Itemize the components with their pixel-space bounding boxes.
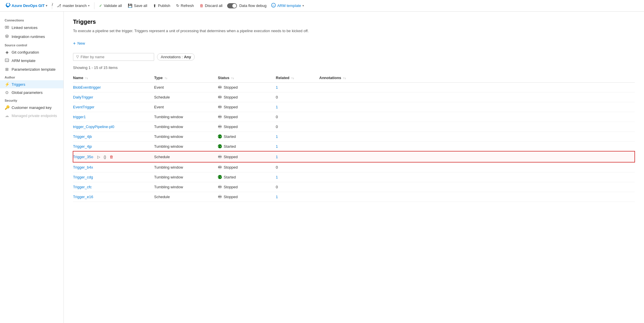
run-icon[interactable]: ▷ xyxy=(97,154,101,160)
trigger-name-link[interactable]: Trigger_cfc xyxy=(73,185,92,189)
separator-1: / xyxy=(52,2,52,9)
refresh-button[interactable]: ↻ Refresh xyxy=(174,2,196,9)
new-trigger-button[interactable]: + New xyxy=(73,40,635,47)
trigger-name-link[interactable]: EventTrigger xyxy=(73,105,94,109)
col-related-header[interactable]: Related ↑↓ xyxy=(276,73,319,83)
svg-point-6 xyxy=(6,36,8,37)
trigger-name-cell[interactable]: Trigger_4jb xyxy=(73,132,154,141)
trigger-related-cell[interactable]: 1 xyxy=(276,132,319,141)
table-row[interactable]: Trigger_e16 Schedule Stopped 1 xyxy=(73,192,635,202)
azure-git-chevron: ▾ xyxy=(46,4,47,7)
sidebar-item-parameterization-template[interactable]: ⊞ Parameterization template xyxy=(0,65,63,73)
trigger-annotations-cell xyxy=(319,141,635,151)
trigger-name-link[interactable]: BlobEventtrigger xyxy=(73,85,101,90)
trigger-name-cell[interactable]: Trigger_b4x xyxy=(73,162,154,172)
trigger-annotations-cell xyxy=(319,82,635,92)
related-count[interactable]: 1 xyxy=(276,195,278,199)
delete-icon[interactable]: 🗑 xyxy=(109,154,114,160)
trigger-name-cell[interactable]: Trigger_4jp xyxy=(73,141,154,151)
trigger-related-cell[interactable]: 1 xyxy=(276,141,319,151)
related-count[interactable]: 1 xyxy=(276,155,278,159)
col-type-header[interactable]: Type ↑↓ xyxy=(154,73,218,83)
sidebar-item-integration-runtimes[interactable]: Integration runtimes xyxy=(0,32,63,41)
table-row[interactable]: Trigger_cdg Tumbling window ✓ Started 1 xyxy=(73,172,635,182)
sidebar-item-triggers[interactable]: ⚡ Triggers xyxy=(0,80,63,88)
related-sort-icon: ↑↓ xyxy=(291,76,294,80)
table-row[interactable]: trigger1 Tumbling window Stopped 0 xyxy=(73,112,635,122)
trigger-name-cell[interactable]: EventTrigger xyxy=(73,102,154,112)
related-count[interactable]: 1 xyxy=(276,134,278,139)
integration-runtimes-label: Integration runtimes xyxy=(12,34,45,39)
related-count[interactable]: 1 xyxy=(276,144,278,149)
table-row[interactable]: Trigger_cfc Tumbling window Stopped 0 xyxy=(73,182,635,192)
table-row[interactable]: Trigger_b4x Tumbling window Stopped 0 xyxy=(73,162,635,172)
trigger-related-cell[interactable]: 0 xyxy=(276,182,319,192)
toggle-switch[interactable] xyxy=(227,3,237,8)
trigger-related-cell[interactable]: 1 xyxy=(276,82,319,92)
related-count[interactable]: 1 xyxy=(276,105,278,109)
trigger-name-cell[interactable]: DailyTrigger xyxy=(73,92,154,102)
trigger-status-cell: ✓ Started xyxy=(218,132,276,141)
sidebar-item-linked-services[interactable]: Linked services xyxy=(0,23,63,32)
save-icon: 💾 xyxy=(128,3,132,8)
annotations-sort-icon: ↑↓ xyxy=(343,76,346,80)
arm-template-button[interactable]: {}‍ ARM template ▾ xyxy=(269,2,306,10)
filter-by-name-input[interactable] xyxy=(81,55,151,59)
trigger-name-link[interactable]: Trigger_cdg xyxy=(73,175,93,179)
trigger-related-cell[interactable]: 0 xyxy=(276,112,319,122)
save-all-button[interactable]: 💾 Save all xyxy=(125,2,149,9)
trigger-name-cell[interactable]: trigger_CopyPipeline-pl0 xyxy=(73,122,154,132)
trigger-related-cell[interactable]: 0 xyxy=(276,162,319,172)
trigger-name-cell[interactable]: BlobEventtrigger xyxy=(73,82,154,92)
col-name-header[interactable]: Name ↑↓ xyxy=(73,73,154,83)
status-text: Stopped xyxy=(224,155,238,159)
table-row[interactable]: trigger_CopyPipeline-pl0 Tumbling window… xyxy=(73,122,635,132)
filter-input-wrapper[interactable]: ▽ xyxy=(73,53,154,61)
trigger-name-link[interactable]: Trigger_35o xyxy=(73,155,93,159)
trigger-name-link[interactable]: Trigger_4jp xyxy=(73,144,92,149)
trigger-related-cell[interactable]: 1 xyxy=(276,192,319,202)
table-row[interactable]: BlobEventtrigger Event Stopped 1 xyxy=(73,82,635,92)
git-configuration-label: Git configuration xyxy=(12,50,39,54)
trigger-name-cell[interactable]: Trigger_e16 xyxy=(73,192,154,202)
related-count[interactable]: 1 xyxy=(276,175,278,179)
annotations-filter-button[interactable]: Annotations : Any xyxy=(157,53,195,61)
table-row[interactable]: EventTrigger Event Stopped 1 xyxy=(73,102,635,112)
related-count[interactable]: 1 xyxy=(276,85,278,90)
table-row[interactable]: Trigger_4jp Tumbling window ✓ Started 1 xyxy=(73,141,635,151)
trigger-name-cell[interactable]: Trigger_cdg xyxy=(73,172,154,182)
trigger-related-cell[interactable]: 1 xyxy=(276,172,319,182)
trigger-name-link[interactable]: trigger_CopyPipeline-pl0 xyxy=(73,125,114,129)
trigger-related-cell[interactable]: 0 xyxy=(276,92,319,102)
trigger-name-cell[interactable]: Trigger_35o ▷ {} 🗑 xyxy=(73,151,154,162)
trigger-name-link[interactable]: trigger1 xyxy=(73,115,86,119)
json-icon[interactable]: {} xyxy=(103,154,107,160)
sidebar-item-arm-template[interactable]: {} ARM template xyxy=(0,56,63,65)
discard-all-button[interactable]: 🗑 Discard all xyxy=(197,2,225,9)
table-row[interactable]: DailyTrigger Schedule Stopped 0 xyxy=(73,92,635,102)
trigger-name-link[interactable]: Trigger_4jb xyxy=(73,134,92,139)
dataflow-debug-toggle[interactable]: Data flow debug xyxy=(227,3,267,8)
trigger-name-link[interactable]: Trigger_b4x xyxy=(73,165,93,169)
trigger-name-link[interactable]: DailyTrigger xyxy=(73,95,93,99)
trigger-name-link[interactable]: Trigger_e16 xyxy=(73,195,93,199)
validate-all-button[interactable]: ✓ Validate all xyxy=(97,2,124,9)
trigger-name-cell[interactable]: trigger1 xyxy=(73,112,154,122)
svg-text:{}: {} xyxy=(6,59,8,62)
col-status-header[interactable]: Status ↑↓ xyxy=(218,73,276,83)
parameterization-template-label: Parameterization template xyxy=(12,67,56,72)
trigger-related-cell[interactable]: 1 xyxy=(276,102,319,112)
sidebar-item-customer-managed-key[interactable]: 🔑 Customer managed key xyxy=(0,103,63,112)
master-branch-button[interactable]: ⎇ master branch ▾ xyxy=(54,2,92,9)
table-row[interactable]: Trigger_35o ▷ {} 🗑 Schedule Stopped 1 xyxy=(73,151,635,162)
table-row[interactable]: Trigger_4jb Tumbling window ✓ Started 1 xyxy=(73,132,635,141)
publish-button[interactable]: ⬆ Publish xyxy=(151,2,173,9)
azure-devops-git-button[interactable]: Azure DevOps GIT ▾ xyxy=(3,2,50,10)
sidebar-item-global-parameters[interactable]: ⊙ Global parameters xyxy=(0,88,63,96)
linked-services-label: Linked services xyxy=(12,25,38,30)
col-annotations-header[interactable]: Annotations ↑↓ xyxy=(319,73,635,83)
sidebar-item-git-configuration[interactable]: ◈ Git configuration xyxy=(0,48,63,56)
trigger-related-cell[interactable]: 1 xyxy=(276,151,319,162)
trigger-related-cell[interactable]: 0 xyxy=(276,122,319,132)
trigger-name-cell[interactable]: Trigger_cfc xyxy=(73,182,154,192)
